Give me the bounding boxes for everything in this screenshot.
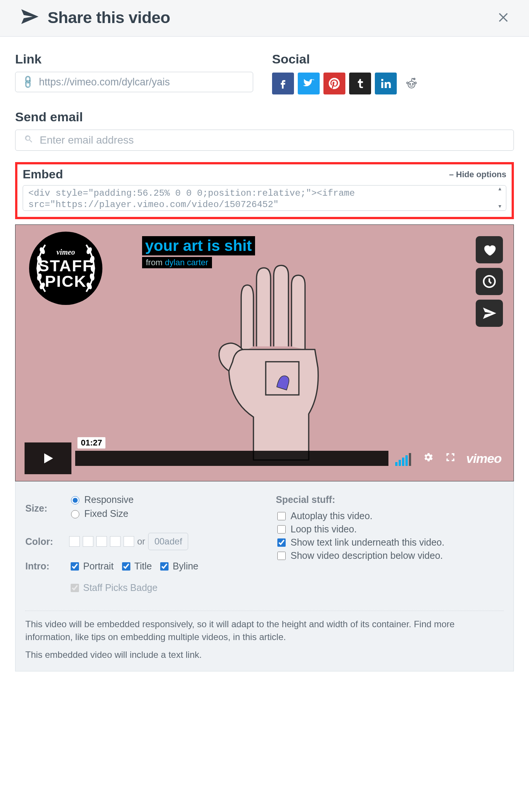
progress-bar[interactable]: [75, 451, 388, 466]
link-section-label: Link: [15, 52, 257, 67]
video-title-overlay: your art is shit from dylan carter: [142, 236, 255, 268]
vimeo-logo[interactable]: vimeo: [463, 451, 504, 466]
share-button[interactable]: [476, 300, 503, 327]
author-link[interactable]: dylan carter: [165, 258, 208, 267]
play-button[interactable]: [25, 442, 71, 474]
svg-point-3: [407, 82, 408, 84]
intro-byline-checkbox[interactable]: [160, 562, 169, 571]
intro-portrait-checkbox[interactable]: [71, 562, 79, 571]
modal-header: Share this video: [0, 0, 529, 37]
svg-point-10: [36, 273, 42, 281]
laurel-icon: [29, 232, 102, 305]
intro-title-checkbox[interactable]: [122, 562, 130, 571]
link-input[interactable]: 🔗 https://vimeo.com/dylcar/yais: [15, 72, 253, 92]
color-hex-input[interactable]: 00adef: [148, 533, 188, 550]
svg-point-7: [39, 246, 46, 255]
svg-point-12: [85, 246, 93, 255]
email-placeholder: Enter email address: [40, 134, 134, 146]
tumblr-icon[interactable]: [349, 73, 371, 94]
svg-point-1: [410, 84, 411, 85]
svg-point-16: [85, 281, 93, 290]
color-label: Color:: [25, 536, 62, 547]
email-section-label: Send email: [15, 110, 514, 124]
size-label: Size:: [25, 503, 62, 514]
paper-plane-icon: [19, 7, 40, 28]
settings-icon[interactable]: [419, 452, 438, 466]
size-fixed-radio[interactable]: [71, 510, 79, 518]
loop-checkbox[interactable]: [277, 525, 286, 534]
volume-control[interactable]: [395, 451, 415, 466]
svg-point-13: [89, 255, 95, 264]
color-swatch[interactable]: [69, 536, 80, 547]
modal-title: Share this video: [48, 8, 170, 27]
color-swatch[interactable]: [96, 536, 107, 547]
close-icon[interactable]: [497, 8, 510, 26]
svg-point-9: [36, 264, 41, 272]
like-button[interactable]: [476, 236, 503, 263]
color-swatch[interactable]: [110, 536, 121, 547]
link-icon: 🔗: [20, 74, 36, 90]
watch-later-button[interactable]: [476, 268, 503, 295]
embed-section: Embed – Hide options <div style="padding…: [15, 162, 514, 219]
showdesc-checkbox[interactable]: [277, 552, 286, 560]
embed-code-textarea[interactable]: <div style="padding:56.25% 0 0 0;positio…: [23, 185, 506, 211]
svg-point-2: [412, 84, 413, 85]
embed-description: This video will be embedded responsively…: [25, 618, 504, 661]
divider: [25, 611, 504, 611]
facebook-icon[interactable]: [272, 73, 294, 94]
svg-point-5: [414, 78, 415, 80]
duration-label: 01:27: [77, 437, 105, 449]
link-value: https://vimeo.com/dylcar/yais: [39, 76, 170, 88]
embed-label: Embed: [23, 167, 63, 181]
color-swatch[interactable]: [83, 536, 93, 547]
fullscreen-icon[interactable]: [441, 452, 459, 465]
svg-point-11: [39, 281, 46, 290]
hand-illustration: [186, 239, 382, 466]
size-responsive-radio[interactable]: [71, 496, 79, 504]
intro-label: Intro:: [25, 561, 62, 572]
video-title[interactable]: your art is shit: [142, 236, 255, 255]
autoplay-checkbox[interactable]: [277, 512, 286, 520]
email-input[interactable]: Enter email address: [15, 130, 514, 151]
pinterest-icon[interactable]: [323, 73, 345, 94]
video-preview: vimeo STAFF PICK your art is shit from d…: [15, 224, 514, 481]
search-icon: [24, 134, 34, 147]
svg-point-15: [89, 273, 95, 281]
embed-options-panel: Size: Responsive Fixed Size Color: or: [15, 481, 514, 671]
scroll-spinner[interactable]: ▲▼: [498, 186, 504, 210]
svg-point-4: [415, 82, 416, 84]
social-section-label: Social: [272, 52, 514, 67]
svg-point-0: [408, 81, 415, 88]
video-byline: from dylan carter: [142, 257, 212, 268]
twitter-icon[interactable]: [298, 73, 320, 94]
color-swatch[interactable]: [124, 536, 134, 547]
linkedin-icon[interactable]: [375, 73, 397, 94]
reddit-icon[interactable]: [401, 73, 422, 94]
intro-staff-checkbox: [71, 584, 79, 592]
social-icon-row: [272, 73, 514, 94]
hide-options-link[interactable]: – Hide options: [449, 170, 506, 179]
staff-pick-badge: vimeo STAFF PICK: [29, 232, 102, 305]
textlink-checkbox[interactable]: [277, 538, 286, 547]
special-label: Special stuff:: [276, 494, 504, 505]
svg-point-8: [36, 255, 42, 264]
svg-point-14: [91, 264, 95, 272]
